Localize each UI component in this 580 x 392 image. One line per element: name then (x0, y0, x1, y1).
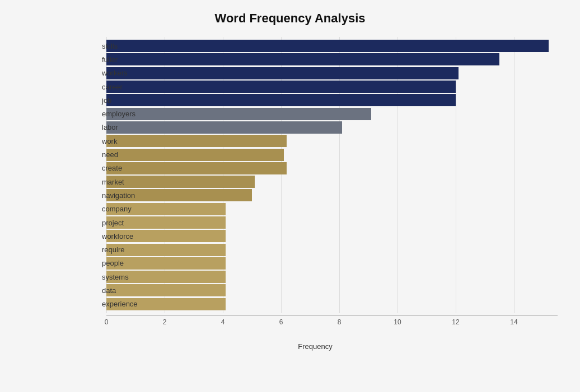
bar-row: workers (106, 67, 558, 80)
chart-container: Word Frequency Analysis skillsfullerwork… (0, 0, 580, 392)
bar-row: people (106, 257, 558, 270)
bar-row: skills (106, 39, 558, 53)
bar-row: workforce (106, 229, 558, 243)
bar-row: need (106, 148, 558, 162)
bar-label: need (102, 150, 106, 159)
bar-row: experience (106, 297, 558, 311)
bar-fill (106, 284, 226, 296)
bar-label: navigation (102, 191, 106, 200)
bar-fill (106, 135, 287, 147)
bar-row: navigation (106, 188, 558, 202)
bar-label: workforce (102, 232, 106, 240)
bar-label: systems (102, 273, 106, 281)
bar-fill (106, 40, 549, 52)
bar-row: career (106, 80, 558, 93)
bar-label: labor (102, 123, 106, 131)
bar-label: data (102, 286, 106, 295)
bar-label: project (102, 219, 106, 227)
bar-fill (106, 94, 456, 106)
bar-fill (106, 162, 287, 174)
bar-fill (106, 53, 499, 65)
bar-fill (106, 149, 284, 161)
bar-label: require (102, 245, 106, 254)
bar-row: company (106, 202, 558, 216)
x-tick-label: 8 (338, 318, 342, 326)
x-tick-label: 14 (510, 318, 517, 326)
bar-label: career (102, 83, 106, 91)
bar-row: systems (106, 270, 558, 284)
x-tick-label: 2 (163, 318, 167, 326)
x-tick-label: 4 (221, 318, 225, 326)
bar-label: job (102, 96, 106, 105)
bar-row: work (106, 134, 558, 148)
chart-title: Word Frequency Analysis (22, 11, 558, 26)
bar-fill (106, 81, 456, 93)
bar-fill (106, 176, 255, 188)
bar-row: require (106, 243, 558, 257)
bar-label: people (102, 259, 106, 267)
x-tick-label: 6 (279, 318, 283, 326)
bar-row: fuller (106, 53, 558, 66)
bar-row: create (106, 162, 558, 175)
x-axis: 02468101214 (106, 315, 558, 332)
bar-label: company (102, 205, 106, 213)
x-axis-label: Frequency (73, 342, 558, 351)
bar-label: create (102, 164, 106, 172)
bar-label: workers (102, 69, 106, 77)
bar-fill (106, 121, 342, 134)
bar-fill (106, 216, 226, 229)
bar-row: data (106, 284, 558, 297)
x-tick-label: 0 (105, 318, 109, 326)
bar-fill (106, 108, 371, 120)
bar-row: project (106, 216, 558, 229)
x-tick-label: 10 (394, 318, 401, 326)
bar-row: market (106, 175, 558, 188)
bar-row: employers (106, 107, 558, 121)
bar-fill (106, 67, 459, 79)
bar-label: market (102, 178, 106, 186)
bar-label: skills (102, 42, 106, 50)
bar-label: fuller (102, 55, 106, 64)
bar-row: job (106, 93, 558, 107)
bar-row: labor (106, 121, 558, 134)
x-tick-label: 12 (452, 318, 459, 326)
bar-fill (106, 257, 226, 270)
bar-label: employers (102, 110, 106, 118)
bar-label: work (102, 137, 106, 145)
bar-label: experience (102, 300, 106, 308)
